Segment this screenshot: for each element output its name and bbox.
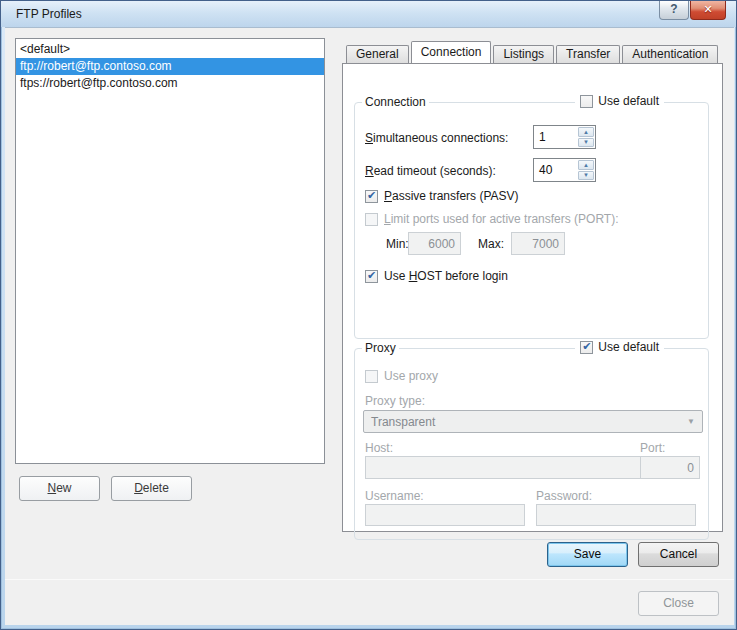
read-timeout-label: Read timeout (seconds): (365, 164, 496, 178)
tab-authentication[interactable]: Authentication (622, 45, 718, 63)
spin-down-icon: ▼ (583, 139, 589, 145)
ftp-profiles-dialog: FTP Profiles ? ✕ <default> ftp://robert@… (0, 0, 737, 630)
spin-up-icon: ▲ (583, 162, 589, 168)
proxy-password-label: Password: (536, 489, 592, 503)
proxy-type-label: Proxy type: (365, 394, 425, 408)
connection-use-default-label: Use default (598, 94, 659, 108)
proxy-use-default-label: Use default (598, 340, 659, 354)
tab-connection[interactable]: Connection (411, 41, 492, 63)
profile-list-item-ftp[interactable]: ftp://robert@ftp.contoso.com (16, 58, 324, 75)
cancel-button[interactable]: Cancel (638, 542, 719, 567)
tab-transfer[interactable]: Transfer (556, 45, 620, 63)
use-host-checkbox[interactable]: ✔ (365, 270, 378, 283)
passive-transfers-row[interactable]: ✔ Passive transfers (PASV) (365, 189, 519, 203)
profile-list: <default> ftp://robert@ftp.contoso.com f… (15, 38, 325, 464)
proxy-group-title: Proxy (362, 341, 399, 355)
separator (5, 579, 734, 580)
new-button[interactable]: New (19, 476, 100, 501)
connection-tab-panel: Connection Use default Simultaneous conn… (342, 63, 723, 532)
proxy-username-input (365, 504, 525, 526)
profile-list-item-default[interactable]: <default> (16, 41, 324, 58)
proxy-type-value: Transparent (371, 415, 435, 429)
use-proxy-label: Use proxy (384, 369, 438, 383)
proxy-username-label: Username: (365, 489, 424, 503)
simultaneous-connections-label: Simultaneous connections: (365, 131, 508, 145)
use-host-row[interactable]: ✔ Use HOST before login (365, 269, 508, 283)
connection-group-title: Connection (362, 95, 429, 109)
close-window-button[interactable]: ✕ (690, 1, 726, 20)
delete-button[interactable]: Delete (111, 476, 192, 501)
read-timeout-input[interactable]: 40 ▲ ▼ (533, 158, 596, 182)
limit-ports-label: Limit ports used for active transfers (P… (384, 212, 619, 226)
connection-use-default[interactable]: Use default (575, 94, 664, 108)
spin-down-button[interactable]: ▼ (578, 171, 594, 181)
spin-down-icon: ▼ (583, 172, 589, 178)
spin-down-button[interactable]: ▼ (578, 138, 594, 148)
passive-transfers-checkbox[interactable]: ✔ (365, 190, 378, 203)
min-port-input: 6000 (408, 232, 461, 255)
proxy-group: Proxy ✔ Use default Use proxy Proxy type… (354, 348, 709, 540)
spin-up-icon: ▲ (583, 129, 589, 135)
spin-up-button[interactable]: ▲ (578, 127, 594, 137)
proxy-host-input (365, 456, 660, 479)
min-port-label: Min: (386, 237, 409, 251)
check-icon: ✔ (367, 270, 376, 281)
proxy-port-label: Port: (640, 441, 665, 455)
simultaneous-connections-input[interactable]: 1 ▲ ▼ (533, 125, 596, 149)
tab-strip: General Connection Listings Transfer Aut… (346, 41, 720, 63)
tab-general[interactable]: General (346, 45, 409, 63)
use-host-label: Use HOST before login (384, 269, 508, 283)
tab-listings[interactable]: Listings (493, 45, 554, 63)
window-title: FTP Profiles (16, 7, 82, 21)
max-port-label: Max: (478, 237, 504, 251)
simultaneous-connections-value: 1 (534, 126, 577, 148)
dialog-body: <default> ftp://robert@ftp.contoso.com f… (5, 27, 734, 625)
limit-ports-checkbox (365, 213, 378, 226)
proxy-host-label: Host: (365, 441, 393, 455)
proxy-type-select: Transparent ▼ (363, 410, 703, 433)
proxy-use-default[interactable]: ✔ Use default (575, 340, 664, 354)
passive-transfers-label: Passive transfers (PASV) (384, 189, 519, 203)
limit-ports-row: Limit ports used for active transfers (P… (365, 212, 619, 226)
profile-list-item-ftps[interactable]: ftps://robert@ftp.contoso.com (16, 75, 324, 92)
proxy-port-input: 0 (640, 456, 700, 479)
spin-up-button[interactable]: ▲ (578, 160, 594, 170)
proxy-password-input (536, 504, 696, 526)
titlebar[interactable]: FTP Profiles ? ✕ (1, 1, 736, 27)
help-button[interactable]: ? (659, 1, 689, 20)
read-timeout-value: 40 (534, 159, 577, 181)
save-button[interactable]: Save (547, 542, 628, 567)
connection-use-default-checkbox[interactable] (580, 95, 593, 108)
proxy-use-default-checkbox[interactable]: ✔ (580, 341, 593, 354)
help-icon: ? (670, 2, 677, 16)
connection-group: Connection Use default Simultaneous conn… (354, 102, 709, 339)
max-port-input: 7000 (511, 232, 565, 255)
dropdown-arrow-icon: ▼ (687, 417, 695, 426)
use-proxy-row: Use proxy (365, 369, 438, 383)
close-button: Close (638, 591, 719, 616)
check-icon: ✔ (367, 190, 376, 201)
use-proxy-checkbox (365, 370, 378, 383)
check-icon: ✔ (582, 341, 591, 352)
close-icon: ✕ (703, 3, 712, 15)
